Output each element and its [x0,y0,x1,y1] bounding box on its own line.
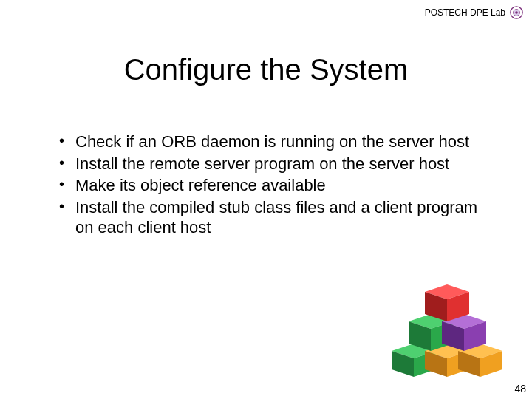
list-item: Make its object reference available [53,175,489,196]
slide-body: Check if an ORB daemon is running on the… [53,132,489,239]
cubes-graphic-icon [384,273,502,377]
list-item: Check if an ORB daemon is running on the… [53,132,489,152]
svg-point-2 [515,11,518,14]
university-seal-icon [510,6,523,19]
page-number: 48 [514,383,526,395]
bullet-list: Check if an ORB daemon is running on the… [53,132,489,238]
list-item: Install the remote server program on the… [53,154,489,174]
slide-title: Configure the System [0,53,532,86]
slide-header: POSTECH DPE Lab [425,6,523,19]
lab-label: POSTECH DPE Lab [425,7,505,18]
list-item: Install the compiled stub class files an… [53,197,489,238]
cube-top [425,284,469,321]
